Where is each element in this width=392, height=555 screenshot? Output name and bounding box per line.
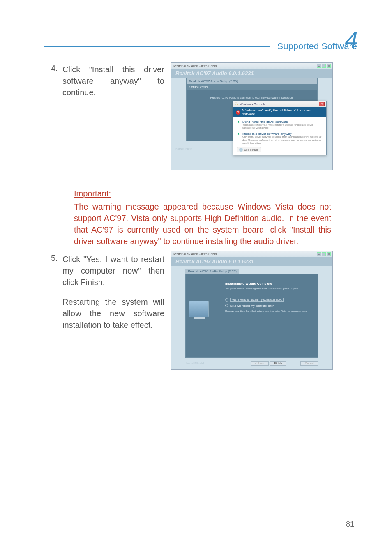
opt2-desc: Only install driver software obtained fr… — [242, 136, 323, 145]
radio-restart-now[interactable]: Yes, I want to restart my computer now. — [225, 298, 313, 302]
step-4: 4. Click "Install this driver software a… — [62, 64, 164, 98]
shot1-brand: Realtek AC'97 Audio 6.0.1.6231 — [171, 69, 332, 78]
radio-icon — [225, 298, 228, 302]
see-details-button[interactable]: ⌄ See details — [237, 147, 261, 152]
minimize-icon[interactable]: – — [317, 64, 321, 68]
shot2-button-row: InstallShield < Back Finish Cancel — [185, 361, 318, 366]
security-titlebar: 🛡 Windows Security ✕ — [233, 101, 326, 107]
minimize-icon[interactable]: – — [317, 252, 321, 256]
chevron-down-icon: ⌄ — [239, 148, 243, 152]
maximize-icon[interactable]: □ — [322, 252, 326, 256]
wizard-complete-title: InstallShield Wizard Complete — [225, 282, 313, 286]
shot2-brand: Realtek AC'97 Audio 6.0.1.6231 — [171, 257, 332, 266]
security-title: Windows Security — [240, 102, 266, 106]
radio-yes-label: Yes, I want to restart my computer now. — [230, 298, 284, 302]
maximize-icon[interactable]: □ — [322, 64, 326, 68]
shot1-window-title: Realtek AC97 Audio - InstallShield — [173, 64, 217, 67]
header-rule — [44, 46, 270, 47]
page-number: 81 — [346, 520, 354, 529]
option-install-anyway[interactable]: ➔ Install this driver software anyway On… — [237, 132, 323, 145]
radio-restart-later[interactable]: No, I will restart my computer later. — [225, 304, 313, 307]
installshield-label: InstallShield — [186, 362, 204, 365]
window-buttons: – □ ✕ — [317, 252, 331, 256]
important-title: Important: — [74, 189, 331, 198]
arrow-icon: ➔ — [237, 132, 240, 145]
windows-security-dialog: 🛡 Windows Security ✕ ✕ Windows can't ver… — [233, 101, 327, 155]
security-banner-text: Windows can't verify the publisher of th… — [242, 108, 324, 116]
important-body: The warning message appeared because Win… — [74, 201, 331, 247]
shot1-titlebar: Realtek AC97 Audio - InstallShield – □ ✕ — [171, 63, 332, 69]
section-header: Supported Software — [44, 41, 357, 52]
shot2-window-title: Realtek AC97 Audio - InstallShield — [173, 253, 217, 256]
finish-button[interactable]: Finish — [270, 361, 287, 366]
wizard-complete-sub: Setup has finished installing Realtek AC… — [225, 287, 313, 290]
wizard-note: Remove any disks from their drives, and … — [225, 310, 313, 312]
back-button[interactable]: < Back — [251, 361, 269, 366]
shot1-setup-status: Setup Status — [187, 84, 317, 90]
option-dont-install[interactable]: ➔ Don't install this driver software You… — [237, 120, 323, 129]
step-4-number: 4. — [51, 64, 58, 73]
close-icon[interactable]: ✕ — [327, 252, 331, 256]
step-5: 5. Click "Yes, I want to restart my comp… — [62, 253, 164, 331]
security-banner: ✕ Windows can't verify the publisher of … — [233, 107, 326, 117]
installshield-label: InstallShield — [175, 147, 192, 151]
security-close-button[interactable]: ✕ — [319, 102, 325, 106]
step-4-text: Click "Install this driver software anyw… — [62, 64, 164, 98]
important-note: Important: The warning message appeared … — [74, 189, 331, 247]
screenshot-security-dialog: Realtek AC97 Audio - InstallShield – □ ✕… — [171, 62, 333, 170]
security-body: ➔ Don't install this driver software You… — [233, 117, 326, 155]
see-details-label: See details — [244, 148, 258, 151]
shot1-status-text: Realtek AC'97 Audio is configuring your … — [187, 90, 317, 101]
step-5-text-1: Click "Yes, I want to restart my compute… — [62, 253, 164, 288]
screenshot-finish-dialog: Realtek AC97 Audio - InstallShield – □ ✕… — [171, 251, 333, 370]
shot2-panel-content: InstallShield Wizard Complete Setup has … — [225, 282, 313, 312]
shield-icon: 🛡 — [235, 102, 238, 106]
cancel-button[interactable]: Cancel — [300, 361, 318, 366]
chapter-badge: 4 — [339, 21, 364, 54]
radio-no-label: No, I will restart my computer later. — [230, 304, 274, 307]
arrow-icon: ➔ — [237, 120, 240, 129]
opt2-title: Install this driver software anyway — [242, 132, 323, 136]
radio-icon — [225, 304, 228, 307]
opt1-desc: You should check your manufacturer's web… — [242, 124, 323, 129]
close-icon[interactable]: ✕ — [327, 64, 331, 68]
shot2-tab: Realtek AC'97 Audio Setup (5.36) — [185, 269, 239, 274]
step-5-number: 5. — [51, 253, 58, 263]
shot2-titlebar: Realtek AC97 Audio - InstallShield – □ ✕ — [171, 251, 332, 257]
chapter-number: 4 — [345, 28, 357, 51]
shot2-panel: InstallShield Wizard Complete Setup has … — [185, 274, 318, 358]
computer-icon — [189, 301, 209, 320]
step-5-text-2: Restarting the system will allow the new… — [62, 296, 164, 331]
error-icon: ✕ — [236, 110, 240, 115]
shot1-tab: Realtek AC'97 Audio Setup (5.36) — [187, 78, 317, 84]
opt1-title: Don't install this driver software — [242, 120, 323, 124]
window-buttons: – □ ✕ — [317, 64, 331, 68]
